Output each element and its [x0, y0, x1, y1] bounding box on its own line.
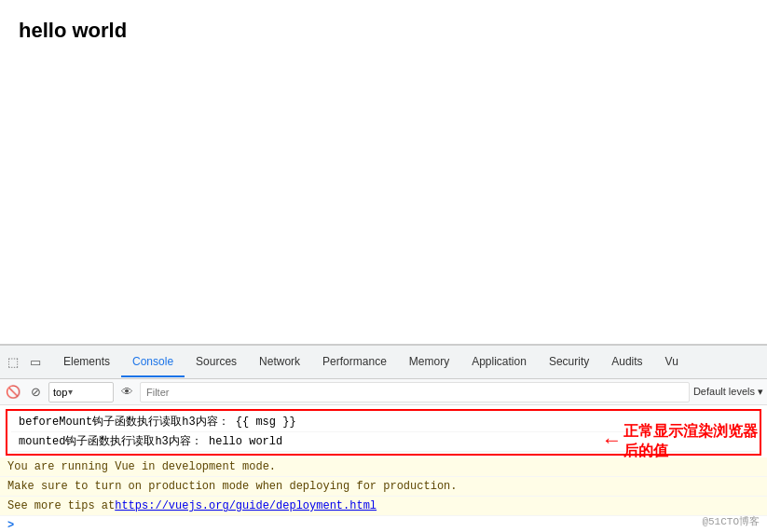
device-icon[interactable]: ▭ — [26, 353, 45, 372]
clear-console-button[interactable]: 🚫 — [4, 383, 22, 402]
annotation-text: 正常显示渲染浏览器后的值 — [623, 422, 758, 461]
watermark: @51CTO博客 — [702, 514, 760, 528]
tab-sources[interactable]: Sources — [185, 348, 248, 377]
console-text-2: mounted钩子函数执行读取h3内容： hello world — [19, 434, 282, 449]
console-prompt-line: > — [0, 516, 767, 532]
devtools-panel: ⬚ ▭ Elements Console Sources Network Per… — [0, 345, 767, 532]
tab-network[interactable]: Network — [248, 348, 311, 377]
tab-vu[interactable]: Vu — [654, 348, 690, 377]
console-text-1: beforeMount钩子函数执行读取h3内容： {{ msg }} — [19, 415, 296, 430]
console-toolbar: 🚫 ⊘ top ▾ 👁 Default levels ▾ — [0, 379, 767, 405]
tab-console[interactable]: Console — [121, 348, 185, 377]
annotation-area: ← 正常显示渲染浏览器后的值 — [606, 422, 758, 461]
tab-security[interactable]: Security — [538, 348, 600, 377]
prompt-icon: > — [7, 518, 14, 532]
context-select-wrapper[interactable]: top ▾ — [48, 382, 114, 402]
eye-icon[interactable]: 👁 — [117, 383, 136, 402]
browser-content: hello world — [0, 0, 767, 345]
devtools-icons: ⬚ ▭ — [4, 353, 45, 372]
inspect-icon[interactable]: ⬚ — [4, 353, 22, 372]
console-text-4: Make sure to turn on production mode whe… — [7, 479, 457, 494]
console-text-5: See more tips at — [7, 498, 115, 513]
stop-icon[interactable]: ⊘ — [26, 383, 45, 402]
tab-application[interactable]: Application — [460, 348, 538, 377]
console-line-5: See more tips at https://vuejs.org/guide… — [0, 497, 767, 516]
page-heading: hello world — [19, 19, 748, 43]
console-text-3: You are running Vue in development mode. — [7, 459, 276, 474]
tab-elements[interactable]: Elements — [52, 348, 121, 377]
chevron-down-icon: ▾ — [68, 387, 73, 397]
red-arrow-icon: ← — [606, 430, 618, 453]
devtools-tab-bar: ⬚ ▭ Elements Console Sources Network Per… — [0, 346, 767, 379]
tab-performance[interactable]: Performance — [311, 348, 398, 377]
filter-input[interactable] — [140, 382, 690, 402]
default-levels[interactable]: Default levels ▾ — [693, 386, 763, 398]
deployment-link[interactable]: https://vuejs.org/guide/deployment.html — [115, 498, 377, 513]
console-output: beforeMount钩子函数执行读取h3内容： {{ msg }} mount… — [0, 405, 767, 532]
tab-memory[interactable]: Memory — [398, 348, 460, 377]
console-line-4: Make sure to turn on production mode whe… — [0, 477, 767, 497]
tab-audits[interactable]: Audits — [600, 348, 653, 377]
context-select[interactable]: top — [53, 387, 68, 398]
